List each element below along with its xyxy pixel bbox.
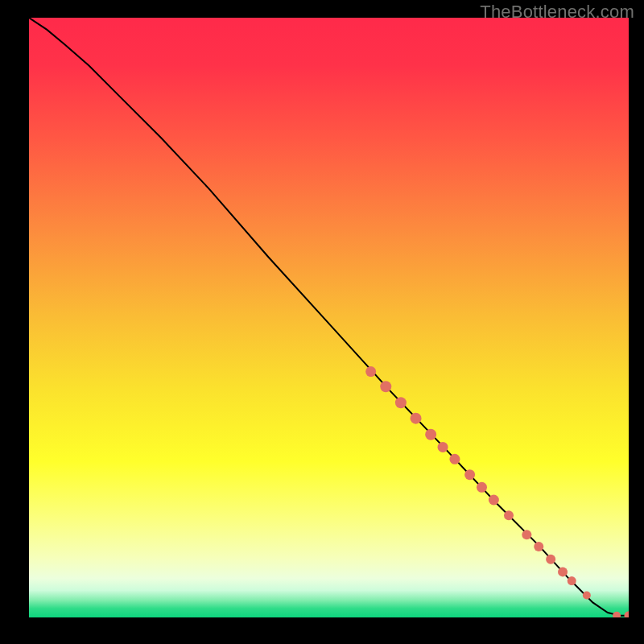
data-point (449, 454, 460, 464)
data-point (534, 542, 543, 551)
data-point (522, 530, 531, 539)
data-point (425, 429, 436, 440)
data-point (558, 567, 568, 576)
data-point (568, 576, 576, 585)
data-point (546, 555, 555, 564)
data-point (464, 469, 475, 480)
data-point (477, 482, 487, 493)
data-point (504, 510, 514, 520)
data-point (365, 366, 376, 377)
data-point (489, 494, 499, 505)
data-point (583, 591, 591, 599)
plot-area (29, 18, 629, 617)
data-point (438, 442, 448, 452)
data-point (380, 381, 391, 392)
gradient-background (29, 18, 629, 617)
data-point (395, 397, 407, 408)
chart-root: TheBottleneck.com (0, 0, 644, 644)
data-point (411, 413, 422, 424)
chart-svg (29, 18, 629, 617)
watermark-text: TheBottleneck.com (480, 2, 634, 23)
